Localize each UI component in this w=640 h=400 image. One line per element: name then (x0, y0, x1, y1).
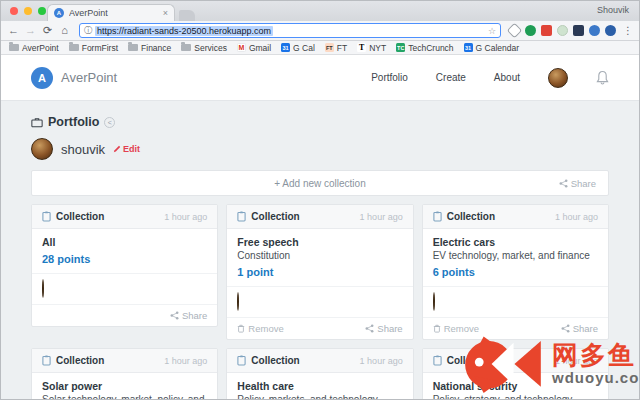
collection-points-link[interactable]: 1 point (237, 265, 402, 279)
collection-owner-avatar[interactable] (433, 292, 435, 311)
bookmark-star-icon[interactable]: ☆ (488, 26, 496, 36)
zoom-window-button[interactable] (38, 7, 46, 15)
url-text[interactable]: https://radiant-sands-20500.herokuapp.co… (95, 26, 273, 36)
nav-create[interactable]: Create (436, 72, 466, 83)
bookmark-averpoint[interactable]: AverPoint (9, 43, 59, 53)
card-timestamp: 1 hour ago (164, 212, 207, 222)
card-share-button[interactable]: Share (170, 310, 207, 321)
bookmark-gcalendar[interactable]: 31G Calendar (464, 43, 519, 53)
collection-card-health-care[interactable]: Collection 1 hour ago Health care Policy… (226, 348, 413, 400)
close-window-button[interactable] (10, 7, 18, 15)
extension-dark-icon[interactable] (573, 25, 584, 36)
bookmark-ft[interactable]: FTFT (325, 43, 347, 53)
collection-title[interactable]: Electric cars (433, 236, 598, 249)
nav-about[interactable]: About (494, 72, 520, 83)
edit-profile-link[interactable]: Edit (113, 144, 140, 154)
bookmark-services[interactable]: Services (181, 43, 227, 53)
folder-icon (128, 44, 138, 51)
browser-toolbar: ← → ⟳ ⌂ ⓘ https://radiant-sands-20500.he… (1, 21, 639, 41)
collection-title[interactable]: Health care (237, 380, 402, 393)
back-icon[interactable]: ← (7, 25, 20, 36)
card-remove-button[interactable]: Remove (237, 323, 283, 334)
gcalendar-icon: 31 (464, 43, 473, 52)
card-timestamp: 1 hour ago (360, 212, 403, 222)
card-header: Collection 1 hour ago (227, 349, 412, 373)
bookmark-formfirst[interactable]: FormFirst (69, 43, 118, 53)
extension-compass-icon[interactable] (507, 23, 523, 39)
add-new-collection-button[interactable]: + Add new collection (32, 178, 608, 189)
card-header: Collection 1 hour ago (32, 349, 217, 373)
tab-strip: A AverPoint × Shouvik (1, 1, 639, 21)
user-avatar[interactable] (31, 138, 53, 160)
new-tab-button[interactable] (179, 10, 195, 21)
extension-red-icon[interactable] (541, 25, 552, 36)
card-header: Collection 1 hour ago (227, 205, 412, 229)
collection-title[interactable]: Free speech (237, 236, 402, 249)
address-bar[interactable]: ⓘ https://radiant-sands-20500.herokuapp.… (79, 23, 501, 38)
bookmark-gcal[interactable]: 31G Cal (281, 43, 315, 53)
minimize-window-button[interactable] (24, 7, 32, 15)
techcrunch-icon: TC (396, 43, 405, 52)
tab-close-icon[interactable]: × (163, 8, 168, 18)
card-avatar-row (423, 287, 608, 318)
collection-card-solar-power[interactable]: Collection 1 hour ago Solar power Solar … (31, 348, 218, 400)
card-type-label: Collection (447, 211, 495, 222)
bookmark-finance[interactable]: Finance (128, 43, 171, 53)
collection-title[interactable]: All (42, 236, 207, 249)
extension-pale-icon[interactable] (557, 25, 568, 36)
home-icon[interactable]: ⌂ (58, 25, 71, 36)
bookmark-gmail[interactable]: MGmail (237, 43, 271, 53)
collection-points-link[interactable]: 6 points (433, 265, 598, 279)
tab-favicon: A (54, 8, 64, 18)
app-header: A AverPoint Portfolio Create About (1, 55, 639, 101)
card-timestamp: 1 hour ago (164, 356, 207, 366)
collection-title[interactable]: Solar power (42, 380, 207, 393)
collection-card-electric-cars[interactable]: Collection 1 hour ago Electric cars EV t… (422, 204, 609, 340)
card-footer: Remove Share (227, 318, 412, 339)
card-header: Collection 1 hour ago (423, 205, 608, 229)
extension-darkblue-icon[interactable] (605, 25, 616, 36)
app-nav: Portfolio Create About (371, 68, 609, 88)
extension-green-icon[interactable] (525, 25, 536, 36)
card-body: All 28 points (32, 229, 217, 274)
gcal-icon: 31 (281, 43, 290, 52)
collection-points-link[interactable]: 28 points (42, 252, 207, 266)
collection-subtitle: Constitution (237, 249, 402, 262)
extensions-row: ⋮ (509, 25, 633, 36)
page-info-icon[interactable]: ⓘ (84, 25, 92, 36)
collection-icon (237, 211, 246, 222)
window-controls (10, 7, 46, 15)
ft-icon: FT (325, 43, 334, 52)
forward-icon: → (24, 25, 37, 36)
browser-tab[interactable]: A AverPoint × (47, 4, 175, 21)
card-footer: Share (32, 305, 217, 326)
collection-owner-avatar[interactable] (42, 279, 44, 298)
bell-icon[interactable] (596, 70, 609, 85)
averpoint-logo[interactable]: A (31, 67, 53, 89)
collection-icon (433, 355, 442, 366)
card-body: Electric cars EV technology, market, and… (423, 229, 608, 287)
browser-menu-icon[interactable]: ⋮ (623, 25, 633, 36)
nav-portfolio[interactable]: Portfolio (371, 72, 408, 83)
collection-icon (433, 211, 442, 222)
header-avatar[interactable] (548, 68, 568, 88)
collection-card-free-speech[interactable]: Collection 1 hour ago Free speech Consti… (226, 204, 413, 340)
reload-icon[interactable]: ⟳ (41, 25, 54, 36)
collection-icon (237, 355, 246, 366)
watermark-text: 网多鱼 wduoyu.com (552, 342, 640, 385)
card-share-button[interactable]: Share (365, 323, 402, 334)
bookmark-nyt[interactable]: TNYT (357, 43, 386, 53)
collection-owner-avatar[interactable] (237, 292, 239, 311)
browser-profile-name[interactable]: Shouvik (597, 5, 629, 15)
page-title: Portfolio (48, 115, 99, 129)
folder-icon (181, 44, 191, 51)
extension-blue-icon[interactable] (589, 25, 600, 36)
bookmark-techcrunch[interactable]: TCTechCrunch (396, 43, 453, 53)
trash-icon (237, 324, 245, 333)
portfolio-share-icon[interactable]: < (104, 117, 115, 128)
portfolio-share-button[interactable]: Share (559, 178, 596, 189)
collection-subtitle: Solar technology, market, policy, and fi… (42, 393, 207, 400)
gmail-icon: M (237, 43, 246, 52)
card-body: Solar power Solar technology, market, po… (32, 373, 217, 400)
collection-card-all[interactable]: Collection 1 hour ago All 28 points (31, 204, 218, 327)
